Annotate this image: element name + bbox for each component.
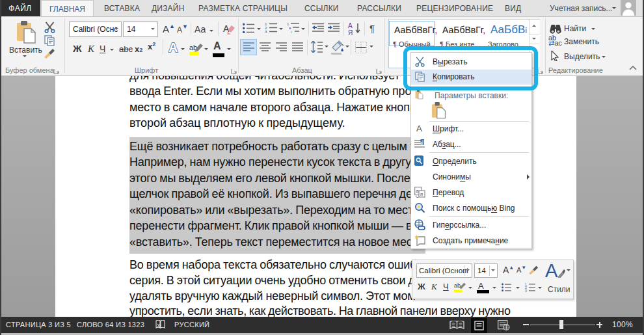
svg-text:я: я — [420, 191, 423, 197]
svg-text:i: i — [291, 30, 291, 33]
svg-text:ab: ab — [454, 282, 461, 289]
svg-text:А: А — [168, 40, 178, 55]
svg-text:А: А — [223, 23, 230, 34]
svg-text:3: 3 — [525, 289, 527, 292]
svg-text:3: 3 — [265, 29, 267, 33]
